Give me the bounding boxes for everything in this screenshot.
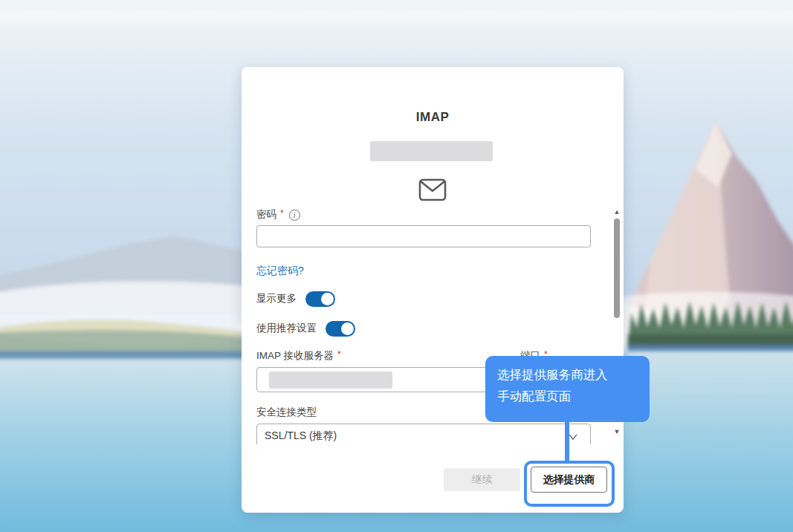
security-type-label-text: 安全连接类型 [256, 406, 317, 419]
continue-button[interactable]: 继续 [444, 468, 520, 491]
use-recommended-label: 使用推荐设置 [256, 322, 317, 335]
annotation-connector-line [565, 421, 569, 462]
forgot-password-link[interactable]: 忘记密码? [256, 265, 304, 278]
required-asterisk: * [280, 208, 284, 218]
toggle-knob [321, 293, 334, 305]
imap-server-label: IMAP 接收服务器 * [256, 349, 520, 363]
security-type-select[interactable]: SSL/TLS (推荐) [256, 424, 591, 444]
annotation-highlight-box [524, 461, 615, 507]
tooltip-line-1: 选择提供服务商进入 [497, 364, 638, 386]
show-more-row: 显示更多 [256, 290, 591, 308]
tooltip-line-2: 手动配置页面 [497, 386, 638, 407]
envelope-icon [418, 175, 447, 204]
show-more-label: 显示更多 [256, 292, 297, 305]
toggle-knob [341, 322, 354, 335]
password-label: 密码 * i [256, 208, 591, 221]
desktop: IMAP 密码 * i 忘记密码? 显示更多 使用推荐设置 [0, 0, 793, 532]
imap-server-label-text: IMAP 接收服务器 [256, 349, 334, 363]
email-address-redacted [370, 141, 493, 161]
scrollbar-up-arrow-icon[interactable]: ▲ [613, 208, 621, 215]
show-more-toggle[interactable] [305, 291, 335, 307]
scrollbar-thumb[interactable] [614, 218, 620, 318]
password-label-text: 密码 [256, 208, 276, 221]
annotation-tooltip: 选择提供服务商进入 手动配置页面 [485, 356, 650, 422]
required-asterisk: * [337, 349, 341, 360]
scrollbar-down-arrow-icon[interactable]: ▼ [613, 428, 621, 435]
password-input[interactable] [256, 225, 591, 247]
imap-server-input[interactable] [256, 367, 514, 392]
security-type-value: SSL/TLS (推荐) [265, 429, 337, 443]
dialog-title: IMAP [242, 110, 624, 125]
use-recommended-toggle[interactable] [326, 321, 355, 337]
server-value-redacted [269, 372, 392, 389]
info-icon[interactable]: i [289, 210, 300, 221]
chevron-down-icon [568, 432, 578, 442]
use-recommended-row: 使用推荐设置 [256, 319, 591, 337]
